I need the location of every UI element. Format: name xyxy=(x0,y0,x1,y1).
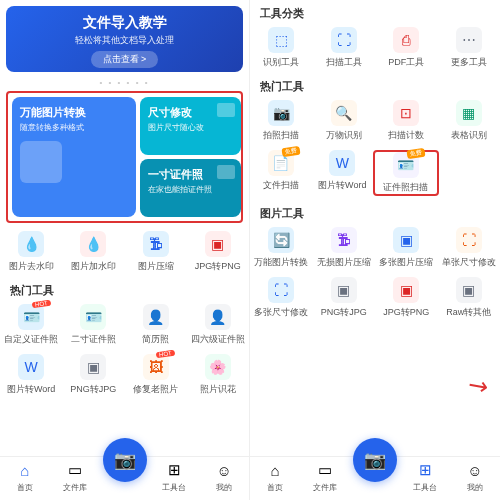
scan-icon: ⬚ xyxy=(268,27,294,53)
droplet-icon: 💧 xyxy=(18,231,44,257)
id-icon xyxy=(217,165,235,179)
search-icon: 🔍 xyxy=(331,100,357,126)
jpg-icon: ▣ xyxy=(80,354,106,380)
pager-dots: • • • • • • xyxy=(0,78,249,87)
grid-icon: ⊞ xyxy=(165,461,183,479)
more-icon: ⋯ xyxy=(456,27,482,53)
compress-icon: 🗜 xyxy=(331,227,357,253)
nav-me[interactable]: ☺我的 xyxy=(450,457,500,500)
scan-count[interactable]: ⊡扫描计数 xyxy=(375,100,438,142)
jpg-to-png[interactable]: ▣JPG转PNG xyxy=(187,231,249,273)
banner-title: 文件导入教学 xyxy=(14,14,235,32)
two-inch-id[interactable]: 🪪二寸证件照 xyxy=(62,304,124,346)
id-icon: 🪪 xyxy=(80,304,106,330)
convert-card[interactable]: 万能图片转换 随意转换多种格式 xyxy=(12,97,136,217)
png-icon: ▣ xyxy=(205,231,231,257)
flower-id[interactable]: 🌸照片识花 xyxy=(187,354,249,396)
camera-fab[interactable]: 📷 xyxy=(103,438,147,482)
batch-icon: ▣ xyxy=(393,227,419,253)
person-icon: ☺ xyxy=(466,461,484,479)
hero-grid: 万能图片转换 随意转换多种格式 尺寸修改 图片尺寸随心改 一寸证件照 在家也能拍… xyxy=(6,91,243,223)
nav-home[interactable]: ⌂首页 xyxy=(0,457,50,500)
restore-icon: 🖼 xyxy=(143,354,169,380)
right-panel: 工具分类 ⬚识别工具 ⛶扫描工具 ⎙PDF工具 ⋯更多工具 热门工具 📷拍照扫描… xyxy=(250,0,500,500)
more-tools[interactable]: ⋯更多工具 xyxy=(438,27,501,69)
tutorial-banner[interactable]: 文件导入教学 轻松将其他文档导入处理 点击查看 > xyxy=(6,6,243,72)
resize-icon: ⛶ xyxy=(456,227,482,253)
nav-tools[interactable]: ⊞工具台 xyxy=(400,457,450,500)
hot-badge: HOT xyxy=(156,350,175,359)
jpg-icon: ▣ xyxy=(331,277,357,303)
corners-icon: ⛶ xyxy=(331,27,357,53)
compress[interactable]: 🗜图片压缩 xyxy=(125,231,187,273)
table-ocr[interactable]: ▦表格识别 xyxy=(438,100,501,142)
resize-card[interactable]: 尺寸修改 图片尺寸随心改 xyxy=(140,97,241,155)
batch-compress[interactable]: ▣多张图片压缩 xyxy=(375,227,438,269)
img-to-word[interactable]: W图片转Word xyxy=(0,354,62,396)
nav-me[interactable]: ☺我的 xyxy=(199,457,249,500)
word-icon: W xyxy=(18,354,44,380)
nav-files[interactable]: ▭文件库 xyxy=(300,457,350,500)
person-icon: ☺ xyxy=(215,461,233,479)
banner-cta-button[interactable]: 点击查看 > xyxy=(91,51,159,68)
hot-row-2: 免费📄文件扫描 W图片转Word 免费🪪证件照扫描 xyxy=(250,146,500,200)
img-row-1: 🔄万能图片转换 🗜无损图片压缩 ▣多张图片压缩 ⛶单张尺寸修改 xyxy=(250,223,500,273)
scan-tools[interactable]: ⛶扫描工具 xyxy=(313,27,376,69)
png-icon: ▣ xyxy=(393,277,419,303)
id-scan-highlighted[interactable]: 免费🪪证件照扫描 xyxy=(373,150,439,196)
section-hot: 热门工具 xyxy=(250,73,500,96)
compress-icon: 🗜 xyxy=(143,231,169,257)
camera-icon: 📷 xyxy=(114,449,136,471)
count-icon: ⊡ xyxy=(393,100,419,126)
camera-icon: 📷 xyxy=(268,100,294,126)
file-scan[interactable]: 免费📄文件扫描 xyxy=(250,150,312,196)
resume-photo[interactable]: 👤简历照 xyxy=(125,304,187,346)
universal-convert[interactable]: 🔄万能图片转换 xyxy=(250,227,313,269)
hot-row-1: 📷拍照扫描 🔍万物识别 ⊡扫描计数 ▦表格识别 xyxy=(250,96,500,146)
raw-convert[interactable]: ▣Raw转其他 xyxy=(438,277,501,319)
cat-row: ⬚识别工具 ⛶扫描工具 ⎙PDF工具 ⋯更多工具 xyxy=(250,23,500,73)
word-icon: W xyxy=(329,150,355,176)
image-icon xyxy=(20,141,62,183)
batch-resize[interactable]: ⛶多张尺寸修改 xyxy=(250,277,313,319)
cet-photo[interactable]: 👤四六级证件照 xyxy=(187,304,249,346)
free-badge: 免费 xyxy=(406,148,425,159)
custom-id[interactable]: HOT🪪自定义证件照 xyxy=(0,304,62,346)
pdf-icon: ⎙ xyxy=(393,27,419,53)
home-icon: ⌂ xyxy=(16,461,34,479)
person-icon: 👤 xyxy=(143,304,169,330)
section-category: 工具分类 xyxy=(250,0,500,23)
table-icon: ▦ xyxy=(456,100,482,126)
img-row-2: ⛶多张尺寸修改 ▣PNG转JPG ▣JPG转PNG ▣Raw转其他 xyxy=(250,273,500,323)
tool-row-1: 💧图片去水印 💧图片加水印 🗜图片压缩 ▣JPG转PNG xyxy=(0,227,249,277)
img-to-word[interactable]: W图片转Word xyxy=(312,150,374,196)
nav-home[interactable]: ⌂首页 xyxy=(250,457,300,500)
photo-scan[interactable]: 📷拍照扫描 xyxy=(250,100,313,142)
single-resize[interactable]: ⛶单张尺寸修改 xyxy=(438,227,501,269)
add-watermark[interactable]: 💧图片加水印 xyxy=(62,231,124,273)
nav-tools[interactable]: ⊞工具台 xyxy=(149,457,199,500)
idphoto-card[interactable]: 一寸证件照 在家也能拍证件照 xyxy=(140,159,241,217)
camera-fab[interactable]: 📷 xyxy=(353,438,397,482)
tool-row-3: W图片转Word ▣PNG转JPG HOT🖼修复老照片 🌸照片识花 xyxy=(0,350,249,400)
png-to-jpg[interactable]: ▣PNG转JPG xyxy=(313,277,376,319)
jpg-to-png[interactable]: ▣JPG转PNG xyxy=(375,277,438,319)
resize-icon: ⛶ xyxy=(268,277,294,303)
restore-photo[interactable]: HOT🖼修复老照片 xyxy=(125,354,187,396)
pdf-tools[interactable]: ⎙PDF工具 xyxy=(375,27,438,69)
recognize-tools[interactable]: ⬚识别工具 xyxy=(250,27,313,69)
lossless-compress[interactable]: 🗜无损图片压缩 xyxy=(313,227,376,269)
flower-icon: 🌸 xyxy=(205,354,231,380)
camera-icon: 📷 xyxy=(364,449,386,471)
resize-icon xyxy=(217,103,235,117)
object-id[interactable]: 🔍万物识别 xyxy=(313,100,376,142)
nav-files[interactable]: ▭文件库 xyxy=(50,457,100,500)
grid-icon: ⊞ xyxy=(416,461,434,479)
id-icon: 🪪 xyxy=(18,304,44,330)
raw-icon: ▣ xyxy=(456,277,482,303)
png-to-jpg[interactable]: ▣PNG转JPG xyxy=(62,354,124,396)
tool-row-2: HOT🪪自定义证件照 🪪二寸证件照 👤简历照 👤四六级证件照 xyxy=(0,300,249,350)
hot-badge: HOT xyxy=(31,300,50,309)
remove-watermark[interactable]: 💧图片去水印 xyxy=(0,231,62,273)
arrow-annotation: ↘ xyxy=(462,369,494,403)
